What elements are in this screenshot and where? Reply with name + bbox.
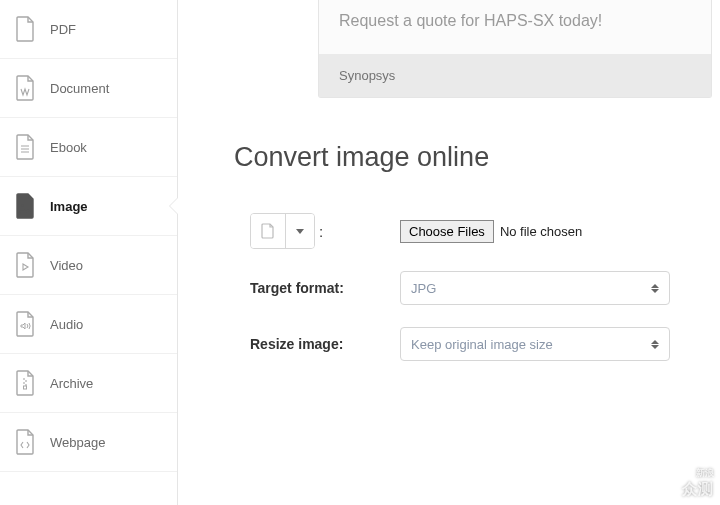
sidebar-item-webpage[interactable]: Webpage	[0, 413, 177, 472]
ad-headline: Request a quote for HAPS-SX today!	[319, 0, 711, 54]
target-format-label: Target format:	[250, 280, 400, 296]
colon-separator: :	[319, 223, 323, 240]
sidebar-item-audio[interactable]: Audio	[0, 295, 177, 354]
file-icon	[251, 214, 286, 248]
sidebar-item-label: Archive	[50, 376, 93, 391]
target-format-value: JPG	[411, 281, 436, 296]
sidebar-item-ebook[interactable]: Ebook	[0, 118, 177, 177]
sidebar-item-document[interactable]: Document	[0, 59, 177, 118]
choose-files-button[interactable]: Choose Files	[400, 220, 494, 243]
archive-file-icon	[14, 370, 36, 396]
svg-rect-1	[24, 386, 27, 389]
sidebar: PDF Document Ebook Image Video Audio A	[0, 0, 178, 505]
ad-brand: Synopsys	[319, 54, 711, 97]
image-file-icon	[14, 193, 36, 219]
watermark-large: 众测	[682, 480, 714, 497]
resize-image-select[interactable]: Keep original image size	[400, 327, 670, 361]
sidebar-item-label: Image	[50, 199, 88, 214]
pdf-file-icon	[14, 16, 36, 42]
watermark-small: 新浪	[682, 467, 714, 480]
form-area: : Choose Files No file chosen Target for…	[250, 213, 720, 361]
page-title: Convert image online	[234, 142, 720, 173]
sidebar-item-pdf[interactable]: PDF	[0, 0, 177, 59]
sidebar-item-image[interactable]: Image	[0, 177, 177, 236]
chevron-down-icon	[286, 214, 314, 248]
sidebar-item-label: Video	[50, 258, 83, 273]
sidebar-item-label: Webpage	[50, 435, 105, 450]
no-file-chosen-text: No file chosen	[500, 224, 582, 239]
sidebar-item-label: Audio	[50, 317, 83, 332]
svg-point-0	[21, 204, 24, 207]
document-file-icon	[14, 75, 36, 101]
watermark: 新浪 众测	[682, 467, 714, 499]
audio-file-icon	[14, 311, 36, 337]
sidebar-item-archive[interactable]: Archive	[0, 354, 177, 413]
resize-image-value: Keep original image size	[411, 337, 553, 352]
sidebar-item-label: Document	[50, 81, 109, 96]
file-source-dropdown[interactable]	[250, 213, 315, 249]
sidebar-item-label: Ebook	[50, 140, 87, 155]
file-input-row: : Choose Files No file chosen	[250, 213, 720, 249]
sidebar-item-label: PDF	[50, 22, 76, 37]
main-content: Request a quote for HAPS-SX today! Synop…	[178, 0, 720, 505]
resize-image-row: Resize image: Keep original image size	[250, 327, 720, 361]
target-format-row: Target format: JPG	[250, 271, 720, 305]
resize-image-label: Resize image:	[250, 336, 400, 352]
webpage-file-icon	[14, 429, 36, 455]
ad-banner[interactable]: Request a quote for HAPS-SX today! Synop…	[318, 0, 712, 98]
video-file-icon	[14, 252, 36, 278]
ebook-file-icon	[14, 134, 36, 160]
target-format-select[interactable]: JPG	[400, 271, 670, 305]
sort-icon	[651, 340, 659, 349]
sort-icon	[651, 284, 659, 293]
sidebar-item-video[interactable]: Video	[0, 236, 177, 295]
